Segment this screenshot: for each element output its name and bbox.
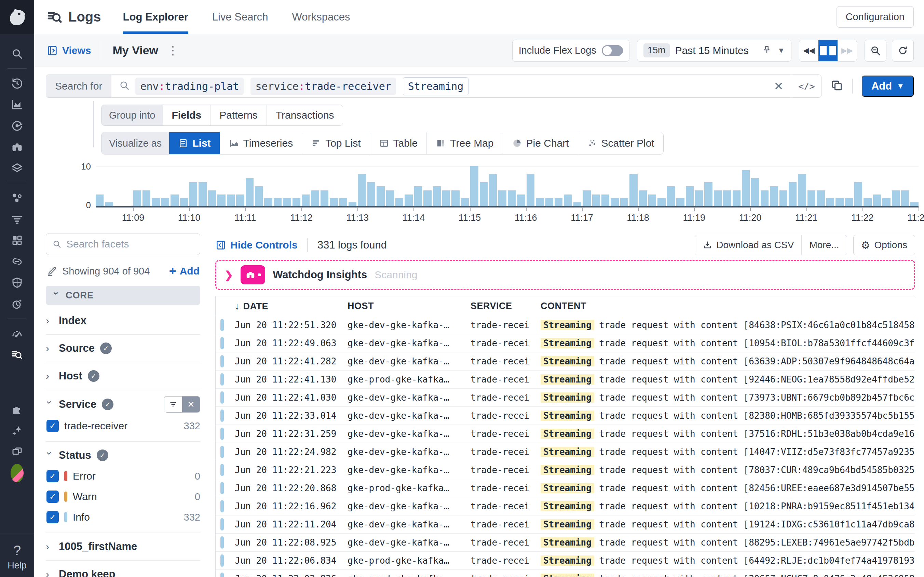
tab-log-explorer[interactable]: Log Explorer: [123, 0, 188, 34]
log-table-row[interactable]: Jun 20 11:22:16.962gke-dev-gke-kafka-…tr…: [216, 497, 915, 516]
facet-remove-icon[interactable]: ✕: [182, 396, 200, 412]
histogram-bar[interactable]: [171, 195, 179, 206]
chevron-right-icon[interactable]: ›: [46, 541, 53, 553]
histogram-bar[interactable]: [892, 190, 900, 206]
histogram-bar[interactable]: [255, 186, 263, 206]
histogram-bar[interactable]: [489, 174, 497, 206]
histogram-bar[interactable]: [882, 198, 890, 206]
search-icon[interactable]: [11, 47, 24, 60]
histogram-bar[interactable]: [742, 170, 750, 206]
histogram-bar[interactable]: [517, 195, 525, 206]
histogram-bar[interactable]: [536, 198, 544, 206]
facet-value-info[interactable]: ✓Info332: [47, 509, 200, 526]
histogram-bar[interactable]: [854, 182, 862, 206]
log-table-row[interactable]: Jun 20 11:22:51.320gke-dev-gke-kafka-…tr…: [216, 316, 915, 334]
history-icon[interactable]: [11, 77, 24, 90]
histogram-bar[interactable]: [208, 190, 216, 206]
histogram-bar[interactable]: [639, 190, 647, 206]
histogram-bar[interactable]: [274, 198, 282, 206]
download-csv-button[interactable]: Download as CSV: [695, 235, 801, 255]
histogram-bar[interactable]: [461, 198, 469, 206]
search-query-box[interactable]: Search for env:trading-platservice:trade…: [46, 74, 821, 98]
log-table-row[interactable]: Jun 20 11:22:24.982gke-dev-gke-kafka-…tr…: [216, 443, 915, 461]
histogram-bar[interactable]: [320, 190, 328, 206]
histogram-bar[interactable]: [761, 190, 768, 206]
dashboards-icon[interactable]: [11, 234, 24, 247]
column-service[interactable]: SERVICE: [470, 301, 530, 311]
viz-option-scatter-plot[interactable]: Scatter Plot: [578, 132, 663, 154]
histogram-bar[interactable]: [704, 182, 712, 206]
chevron-down-icon[interactable]: ▼: [778, 46, 785, 55]
log-table-row[interactable]: Jun 20 11:22:21.223gke-dev-gke-kafka-…tr…: [216, 461, 915, 479]
histogram-bar[interactable]: [751, 178, 759, 206]
histogram-bar[interactable]: [901, 190, 909, 206]
checkbox[interactable]: ✓: [47, 511, 59, 523]
histogram-bar[interactable]: [236, 195, 244, 206]
histogram-bar[interactable]: [798, 174, 806, 206]
histogram-bar[interactable]: [367, 182, 375, 206]
group-option-transactions[interactable]: Transactions: [267, 105, 343, 126]
zoom-out-button[interactable]: [864, 40, 886, 61]
histogram-bar[interactable]: [611, 198, 618, 206]
histogram-bar[interactable]: [227, 195, 235, 206]
viz-option-list[interactable]: List: [169, 132, 219, 154]
log-table-row[interactable]: Jun 20 11:22:06.834gke-prod-gke-kafka…tr…: [216, 552, 915, 570]
add-facet-button[interactable]: +Add: [169, 264, 200, 278]
watchdog-insights-banner[interactable]: ❯ Watchdog Insights Scanning: [215, 260, 915, 290]
group-option-patterns[interactable]: Patterns: [210, 105, 267, 126]
log-table-row[interactable]: Jun 20 11:22:11.204gke-dev-gke-kafka-…tr…: [216, 516, 915, 533]
datadog-logo[interactable]: [0, 0, 34, 34]
histogram-bar[interactable]: [264, 198, 272, 206]
log-table-row[interactable]: Jun 20 11:22:41.282gke-dev-gke-kafka-…tr…: [216, 353, 915, 371]
histogram-bar[interactable]: [358, 174, 365, 206]
histogram-bar[interactable]: [657, 198, 665, 206]
histogram-bar[interactable]: [414, 186, 422, 206]
histogram-bar[interactable]: [330, 198, 338, 206]
help-label[interactable]: Help: [8, 560, 27, 571]
add-button[interactable]: Add▼: [862, 76, 914, 97]
viz-option-tree-map[interactable]: Tree Map: [427, 132, 502, 154]
histogram-bar[interactable]: [508, 190, 516, 206]
histogram-bar[interactable]: [592, 195, 600, 206]
facet-value-warn[interactable]: ✓Warn0: [47, 488, 200, 505]
security-icon[interactable]: [11, 276, 24, 289]
histogram-bar[interactable]: [470, 166, 478, 206]
histogram-bar[interactable]: [293, 198, 300, 206]
group-option-fields[interactable]: Fields: [163, 105, 210, 126]
histogram-bar[interactable]: [845, 198, 853, 206]
watchdog-icon[interactable]: [11, 140, 24, 153]
chevron-right-icon[interactable]: ›: [46, 370, 53, 382]
histogram-bar[interactable]: [246, 178, 254, 206]
log-table-row[interactable]: Jun 20 11:22:02.836gke-prod-gke-kafka…tr…: [216, 570, 915, 577]
histogram-bar[interactable]: [817, 190, 824, 206]
tab-live-search[interactable]: Live Search: [212, 0, 268, 34]
chevron-right-icon[interactable]: ❯: [224, 269, 233, 281]
fast-forward-button[interactable]: ▶▶: [837, 40, 857, 61]
chevron-right-icon[interactable]: ›: [46, 569, 53, 577]
histogram-bar[interactable]: [451, 190, 459, 206]
histogram-bar[interactable]: [808, 190, 815, 206]
histogram-bar[interactable]: [217, 195, 225, 206]
viz-option-pie-chart[interactable]: Pie Chart: [503, 132, 578, 154]
log-table-row[interactable]: Jun 20 11:22:33.014gke-dev-gke-kafka-…tr…: [216, 407, 915, 425]
pipelines-icon[interactable]: [11, 213, 24, 226]
chevron-right-icon[interactable]: ›: [46, 315, 53, 326]
chevron-right-icon[interactable]: ›: [46, 343, 53, 354]
flex-logs-toggle[interactable]: [602, 45, 623, 56]
histogram-bar[interactable]: [620, 198, 628, 206]
options-button[interactable]: ⚙Options: [853, 235, 915, 255]
histogram-bar[interactable]: [433, 186, 441, 206]
ai-sparkles-icon[interactable]: [11, 424, 24, 437]
histogram-bar[interactable]: [395, 198, 403, 206]
histogram-bar[interactable]: [546, 198, 553, 206]
histogram-bar[interactable]: [405, 195, 412, 206]
service-map-icon[interactable]: [11, 192, 24, 205]
histogram-bar[interactable]: [423, 190, 431, 206]
integrations-icon[interactable]: [11, 255, 24, 268]
clear-query-icon[interactable]: ✕: [769, 79, 788, 93]
puzzle-icon[interactable]: [11, 403, 24, 416]
checkbox[interactable]: ✓: [47, 420, 59, 432]
log-table-row[interactable]: Jun 20 11:22:31.259gke-dev-gke-kafka-…tr…: [216, 425, 915, 443]
viz-option-timeseries[interactable]: Timeseries: [220, 132, 302, 154]
histogram-bar[interactable]: [873, 195, 881, 206]
